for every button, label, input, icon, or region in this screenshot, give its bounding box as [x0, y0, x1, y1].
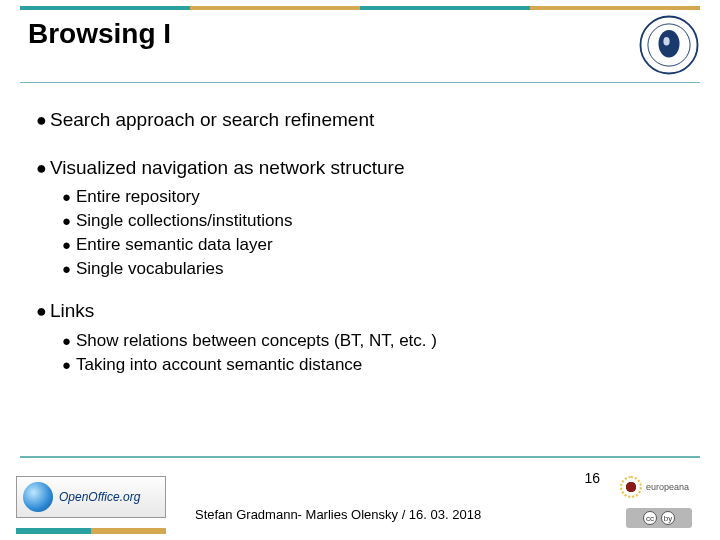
cc-by-icon: by [661, 511, 675, 525]
bullet-dot-icon: ● [62, 331, 76, 351]
bullet-text: Links [50, 300, 94, 321]
footer-credit: Stefan Gradmann- Marlies Olensky / 16. 0… [195, 507, 481, 522]
page-number: 16 [584, 470, 600, 486]
cc-icon: cc [643, 511, 657, 525]
openoffice-logo-icon [23, 482, 53, 512]
europeana-logo: europeana [620, 474, 692, 500]
university-seal-icon [638, 14, 700, 76]
bullet-dot-icon: ● [62, 187, 76, 207]
openoffice-label: OpenOffice.org [59, 490, 140, 504]
slide-body: ●Search approach or search refinement ●V… [0, 83, 720, 377]
bullet-dot-icon: ● [62, 355, 76, 375]
bullet-dot-icon: ● [36, 156, 50, 180]
title-row: Browsing I [0, 10, 720, 76]
bullet-text: Show relations between concepts (BT, NT,… [76, 331, 437, 350]
footer-decorative-bar [16, 528, 166, 534]
bullet-level2: ●Entire semantic data layer [62, 234, 692, 257]
bullet-text: Search approach or search refinement [50, 109, 374, 130]
bullet-level2: ●Single collections/institutions [62, 210, 692, 233]
bullet-level1: ●Visualized navigation as network struct… [36, 155, 692, 181]
europeana-label: europeana [646, 482, 689, 492]
bullet-dot-icon: ● [62, 259, 76, 279]
slide-title: Browsing I [28, 18, 638, 50]
bullet-dot-icon: ● [62, 235, 76, 255]
bullet-dot-icon: ● [62, 211, 76, 231]
bullet-text: Entire repository [76, 187, 200, 206]
bullet-text: Single collections/institutions [76, 211, 292, 230]
bullet-level2: ●Taking into account semantic distance [62, 354, 692, 377]
svg-point-3 [663, 37, 669, 46]
bullet-level1: ●Search approach or search refinement [36, 107, 692, 133]
bullet-dot-icon: ● [36, 108, 50, 132]
bullet-level1: ●Links [36, 298, 692, 324]
bullet-level2: ●Entire repository [62, 186, 692, 209]
bullet-text: Taking into account semantic distance [76, 355, 362, 374]
bullet-text: Single vocabularies [76, 259, 223, 278]
cc-license-badge: cc by [626, 508, 692, 528]
bullet-text: Visualized navigation as network structu… [50, 157, 405, 178]
bullet-level2: ●Single vocabularies [62, 258, 692, 281]
footer: OpenOffice.org Stefan Gradmann- Marlies … [0, 458, 720, 540]
bullet-dot-icon: ● [36, 299, 50, 323]
bullet-level2: ●Show relations between concepts (BT, NT… [62, 330, 692, 353]
bullet-text: Entire semantic data layer [76, 235, 273, 254]
europeana-icon [620, 476, 642, 498]
openoffice-badge: OpenOffice.org [16, 476, 166, 518]
